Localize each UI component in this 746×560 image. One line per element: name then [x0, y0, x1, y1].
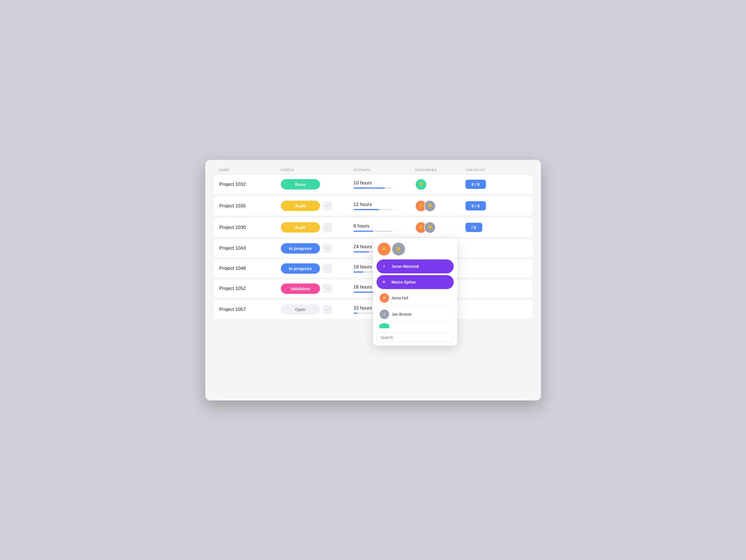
- project-name: Project 1043: [219, 246, 281, 251]
- avatar-top-1: 😊: [378, 243, 391, 255]
- progress-bar-fill: [353, 231, 373, 232]
- dropdown-top-avatars: 😊 😐: [376, 243, 454, 255]
- estimate-cell: 10 hours: [353, 180, 415, 189]
- progress-bar-bg: [353, 231, 393, 232]
- table-row: Project 1030Audit→8 hours😊😐/ 8: [214, 218, 533, 237]
- status-cell: Audit→: [281, 201, 353, 211]
- project-name: Project 1032: [219, 181, 281, 187]
- dropdown-item-anna[interactable]: A Anna Hof: [376, 291, 454, 305]
- search-input[interactable]: [376, 333, 454, 342]
- status-cell: Audit→: [281, 222, 353, 232]
- arrow-button[interactable]: →: [323, 223, 332, 232]
- checklist-cell: 5 / 8: [465, 201, 510, 211]
- avatar-joran: J: [379, 262, 389, 271]
- avatar-top-2: 😐: [392, 243, 405, 255]
- status-badge[interactable]: Validation: [281, 283, 320, 294]
- avatar: 😐: [424, 200, 436, 212]
- avatar-partial: [379, 323, 390, 328]
- status-cell: Open→: [281, 304, 353, 314]
- status-cell: Done: [281, 179, 353, 190]
- project-name: Project 1030: [219, 225, 281, 230]
- arrow-button[interactable]: →: [323, 284, 332, 293]
- status-cell: Validation→: [281, 283, 353, 294]
- project-name: Project 1048: [219, 265, 281, 271]
- status-badge[interactable]: Audit: [281, 201, 320, 211]
- avatar-jan: J: [379, 310, 389, 319]
- progress-bar-fill: [353, 209, 379, 210]
- main-window: NAME STATUS ESTIMATE RESOURCES CHECKLIST…: [205, 160, 541, 400]
- project-name: Project 1057: [219, 307, 281, 312]
- col-resources: RESOURCES: [415, 168, 465, 172]
- estimate-cell: 12 hours: [353, 202, 415, 210]
- col-status: STATUS: [281, 168, 353, 172]
- dropdown-item-jan[interactable]: J Jan Broeze: [376, 307, 454, 321]
- resources-cell[interactable]: 😊😐: [415, 222, 465, 233]
- status-badge[interactable]: In progress: [281, 243, 320, 254]
- progress-bar-fill: [353, 251, 369, 252]
- col-checklist: CHECKLIST: [465, 168, 510, 172]
- name-marco: Marco Spitse: [392, 280, 416, 284]
- resources-cell[interactable]: 😊😐: [415, 200, 465, 212]
- arrow-button[interactable]: →: [323, 244, 332, 253]
- progress-bar-fill: [353, 313, 357, 314]
- dropdown-item-joran[interactable]: J Joran Mennink: [376, 259, 454, 274]
- status-badge[interactable]: Done: [281, 179, 320, 190]
- checklist-badge[interactable]: / 8: [465, 223, 483, 232]
- status-cell: In progress→: [281, 243, 353, 254]
- progress-bar-fill: [353, 272, 363, 273]
- name-jan: Jan Broeze: [392, 312, 412, 316]
- avatar: 😐: [424, 222, 436, 233]
- status-cell: In progress→: [281, 263, 353, 274]
- arrow-button[interactable]: →: [323, 201, 332, 211]
- checklist-badge[interactable]: 8 / 8: [465, 180, 486, 189]
- avatar: 😊: [415, 178, 427, 190]
- avatar-marco: M: [379, 277, 389, 287]
- resources-cell[interactable]: 😊: [415, 178, 465, 190]
- estimate-cell: 8 hours: [353, 223, 415, 232]
- dropdown-item-marco[interactable]: M Marco Spitse: [376, 275, 454, 289]
- status-badge[interactable]: Open: [281, 304, 320, 314]
- name-anna: Anna Hof: [392, 296, 408, 300]
- checklist-cell: 8 / 8: [465, 180, 510, 189]
- col-name: NAME: [219, 168, 281, 172]
- progress-bar-bg: [353, 209, 393, 210]
- status-badge[interactable]: Audit: [281, 222, 320, 232]
- project-name: Project 1035: [219, 203, 281, 209]
- table-row: Project 1032Done10 hours😊8 / 8: [214, 175, 533, 195]
- avatar-anna: A: [379, 293, 389, 303]
- arrow-button[interactable]: →: [323, 263, 332, 273]
- estimate-value: 12 hours: [353, 202, 415, 207]
- name-joran: Joran Mennink: [392, 264, 419, 269]
- table-row: Project 1035Audit→12 hours😊😐5 / 8: [214, 196, 533, 216]
- col-estimate: ESTIMATE: [353, 168, 415, 172]
- arrow-button[interactable]: →: [323, 305, 332, 314]
- estimate-value: 8 hours: [353, 223, 415, 229]
- progress-bar-bg: [353, 188, 393, 189]
- checklist-cell: / 8: [465, 223, 510, 232]
- estimate-value: 10 hours: [353, 180, 415, 186]
- project-name: Project 1052: [219, 286, 281, 291]
- checklist-badge[interactable]: 5 / 8: [465, 201, 486, 211]
- progress-bar-fill: [353, 188, 385, 189]
- table-header: NAME STATUS ESTIMATE RESOURCES CHECKLIST: [214, 165, 533, 175]
- resources-dropdown: 😊 😐 J Joran Mennink M Marco Spitse A Ann…: [373, 238, 457, 346]
- status-badge[interactable]: In progress: [281, 263, 320, 274]
